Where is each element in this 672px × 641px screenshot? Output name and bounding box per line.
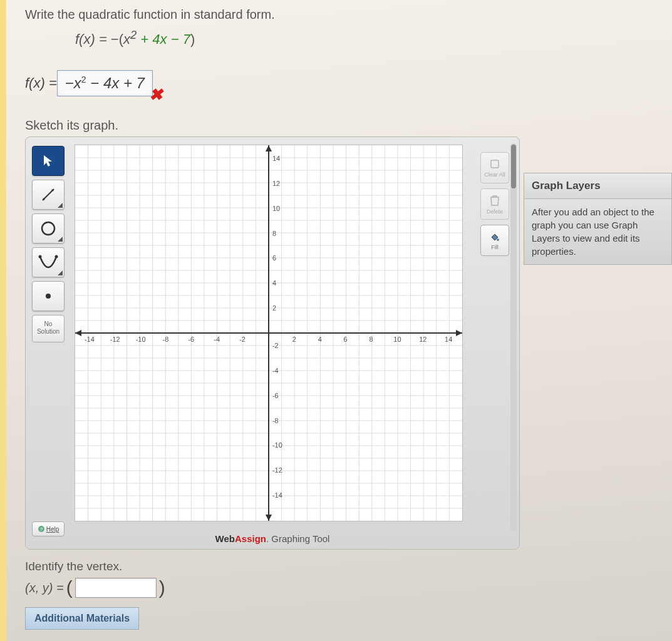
clear-label: Clear All [484,172,505,178]
svg-text:4: 4 [272,280,276,287]
brand-web: Web [215,533,235,544]
webassign-brand: WebAssign. Graphing Tool [26,533,519,544]
no-solution-button[interactable]: No Solution [32,315,65,342]
fill-button[interactable]: Fill [480,225,509,256]
svg-marker-68 [266,515,272,521]
pointer-tool[interactable] [32,146,65,176]
svg-point-4 [39,255,42,259]
close-paren: ) [190,31,195,47]
svg-text:14: 14 [272,155,280,162]
term-4x: 4x [152,31,167,47]
svg-text:-4: -4 [214,336,220,343]
svg-text:-6: -6 [272,392,279,399]
given-lhs: f(x) = [75,31,111,47]
line-tool[interactable] [32,180,65,210]
graph-grid[interactable]: 1412108642 -2-4-6-8-10-12-14 -14-12-10-8… [75,145,463,521]
neg-open: −( [111,31,123,47]
right-tool-column: Clear All Delete Fill [480,152,509,256]
parabola-tool[interactable] [32,247,65,277]
svg-text:-2: -2 [239,336,246,343]
vertex-label: Identify the vertex. [25,560,672,573]
svg-text:6: 6 [272,255,276,262]
circle-tool[interactable] [32,213,65,244]
parabola-icon [38,253,59,272]
graph-layers-panel: Graph Layers After you add an object to … [524,173,672,265]
svg-text:12: 12 [272,180,280,187]
left-accent-bar [0,0,6,641]
svg-line-0 [43,189,54,200]
svg-text:-4: -4 [272,367,279,374]
close-paren: ) [159,577,165,598]
svg-text:-10: -10 [272,442,282,449]
point-tool[interactable] [32,281,65,311]
svg-point-100 [497,238,499,241]
additional-materials-button[interactable]: Additional Materials [25,607,139,630]
grid-svg: 1412108642 -2-4-6-8-10-12-14 -14-12-10-8… [75,145,462,521]
svg-text:10: 10 [272,205,280,212]
svg-marker-70 [456,330,462,336]
brand-suffix: . Graphing Tool [266,533,329,544]
svg-marker-69 [75,330,81,336]
graphing-tool-panel: No Solution ? Help 1412108642 [25,136,520,550]
svg-point-3 [42,222,54,235]
given-equation: f(x) = −(x2 + 4x − 7) [75,28,672,48]
exp-2: 2 [130,28,137,41]
question-content: Write the quadratic function in standard… [0,0,672,630]
layers-body: After you add an object to the graph you… [524,199,672,265]
svg-text:-8: -8 [163,336,169,343]
circle-icon [39,220,57,237]
svg-text:-10: -10 [136,336,146,343]
prompt-text: Write the quadratic function in standard… [25,8,672,22]
svg-text:6: 6 [344,336,348,343]
x-term: x [123,31,130,47]
svg-text:4: 4 [318,336,322,343]
clear-all-button[interactable]: Clear All [480,152,509,183]
answer-input[interactable]: −x2 − 4x + 7 [57,70,153,96]
no-sol-l2: Solution [33,328,64,336]
svg-text:-2: -2 [272,342,279,349]
panel-scrollbar[interactable] [510,143,517,531]
svg-text:2: 2 [272,304,276,312]
svg-text:8: 8 [369,336,373,343]
layers-title: Graph Layers [524,173,672,199]
scroll-thumb[interactable] [511,145,516,188]
svg-text:-14: -14 [272,491,282,499]
fill-label: Fill [491,244,499,250]
line-icon [39,185,58,204]
svg-point-5 [55,255,58,259]
tool-column: No Solution [32,146,70,342]
no-sol-l1: No [33,320,64,328]
answer-row: f(x) = −x2 − 4x + 7 ✖ [25,59,672,107]
vertex-lhs: (x, y) = [25,581,64,595]
cursor-icon [43,154,54,168]
term-m7: − 7 [167,31,190,47]
svg-text:10: 10 [393,336,401,343]
dot-icon [42,290,54,302]
answer-lhs: f(x) = [25,75,57,91]
svg-text:2: 2 [292,336,296,343]
clear-icon [489,158,500,170]
vertex-line: (x, y) = ( ) [25,577,672,598]
svg-text:-12: -12 [110,336,120,343]
svg-text:12: 12 [419,336,426,343]
vertex-section: Identify the vertex. (x, y) = ( ) [25,560,672,598]
sketch-label: Sketch its graph. [25,118,672,133]
svg-point-6 [46,294,51,299]
svg-text:-14: -14 [85,336,95,343]
delete-label: Delete [487,208,503,215]
svg-marker-67 [266,145,272,151]
svg-text:?: ? [39,526,43,532]
help-label: Help [46,526,59,533]
vertex-input[interactable] [75,578,157,598]
delete-button[interactable]: Delete [480,188,509,220]
svg-text:14: 14 [445,336,452,343]
svg-rect-99 [491,160,499,168]
open-paren: ( [66,577,73,598]
svg-text:-6: -6 [188,336,194,343]
help-icon: ? [38,525,45,533]
svg-text:-12: -12 [272,467,282,474]
plus: + [137,31,152,47]
trash-icon [489,194,500,207]
brand-assign: Assign [235,533,266,544]
svg-text:-8: -8 [272,417,279,424]
